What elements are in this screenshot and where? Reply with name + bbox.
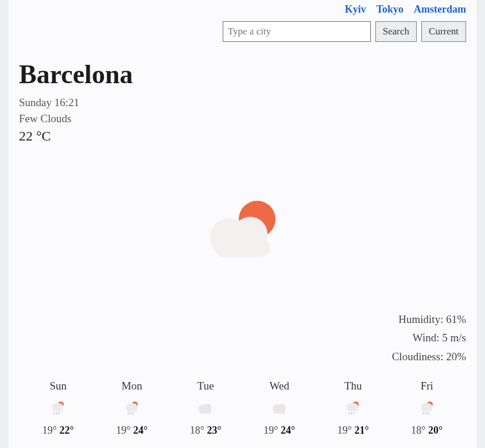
svg-line-16	[130, 412, 131, 414]
svg-line-35	[423, 412, 424, 414]
forecast-day: Sun19° 22°	[21, 380, 95, 437]
svg-line-17	[133, 412, 133, 414]
svg-line-37	[428, 412, 428, 414]
forecast-lo: 18°	[411, 424, 425, 436]
temperature-text: 22 °C	[19, 128, 466, 144]
city-input[interactable]	[223, 21, 371, 42]
condition-text: Few Clouds	[19, 112, 466, 125]
svg-line-9	[56, 412, 57, 414]
forecast-lo: 18°	[190, 424, 204, 436]
forecast-day-icon	[390, 398, 464, 419]
svg-rect-7	[52, 407, 63, 411]
svg-line-30	[354, 412, 354, 414]
forecast-day-name: Sun	[21, 380, 95, 392]
forecast-day: Wed19° 24°	[243, 380, 317, 437]
svg-line-28	[349, 412, 350, 414]
forecast-day-icon	[169, 398, 243, 419]
quick-link-kyiv[interactable]: Kyiv	[345, 3, 366, 15]
forecast-hi: 21°	[355, 424, 369, 436]
datetime-text: Sunday 16:21	[19, 96, 466, 109]
search-button[interactable]: Search	[375, 21, 417, 42]
quick-link-tokyo[interactable]: Tokyo	[377, 3, 403, 15]
forecast-day-name: Fri	[390, 380, 464, 392]
svg-line-8	[54, 412, 55, 414]
forecast-day-name: Wed	[243, 380, 317, 392]
quick-link-amsterdam[interactable]: Amsterdam	[414, 3, 466, 15]
svg-line-10	[59, 412, 59, 414]
cloud-icon	[197, 402, 214, 415]
forecast-day-temps: 19° 22°	[21, 424, 95, 437]
forecast-day-temps: 18° 23°	[169, 424, 243, 437]
quick-links-bar: Kyiv Tokyo Amsterdam	[19, 0, 466, 21]
forecast-day-icon	[95, 398, 169, 419]
forecast-day-temps: 19° 24°	[95, 424, 169, 437]
svg-rect-14	[126, 407, 137, 411]
svg-rect-20	[200, 409, 211, 414]
forecast-lo: 19°	[116, 424, 130, 436]
few-clouds-icon	[194, 193, 292, 267]
forecast-day-name: Tue	[169, 380, 243, 392]
forecast-hi: 20°	[428, 424, 443, 436]
forecast-lo: 19°	[42, 424, 57, 436]
cloudiness-text: Cloudiness: 20%	[19, 348, 466, 366]
svg-rect-34	[421, 407, 432, 411]
forecast-day: Thu19° 21°	[316, 380, 390, 437]
forecast-hi: 24°	[133, 424, 148, 436]
rain-sun-icon	[49, 400, 67, 416]
svg-rect-3	[215, 237, 270, 257]
svg-rect-27	[347, 407, 358, 411]
forecast-day-temps: 18° 20°	[390, 424, 464, 437]
svg-line-15	[128, 412, 129, 414]
forecast-day-name: Mon	[95, 380, 169, 392]
forecast-day: Mon19° 24°	[95, 380, 169, 437]
rain-sun-icon	[418, 400, 436, 416]
forecast-day: Tue18° 23°	[169, 380, 243, 437]
forecast-day-temps: 19° 21°	[316, 424, 390, 437]
forecast-day-icon	[21, 398, 95, 419]
weather-app: Kyiv Tokyo Amsterdam Search Current Barc…	[9, 0, 476, 448]
svg-line-36	[425, 412, 426, 414]
search-row: Search Current	[19, 21, 466, 59]
forecast-hi: 23°	[207, 424, 222, 436]
rain-sun-icon	[344, 400, 362, 416]
forecast-row: Sun19° 22°Mon19° 24°Tue18° 23°Wed19° 24°…	[19, 380, 466, 440]
forecast-day-icon	[316, 398, 390, 419]
current-location-button[interactable]: Current	[421, 21, 466, 42]
rain-sun-icon	[123, 400, 141, 416]
main-weather-icon-wrap	[19, 155, 466, 305]
forecast-day: Fri18° 20°	[390, 380, 464, 437]
forecast-day-name: Thu	[316, 380, 390, 392]
svg-rect-23	[274, 409, 285, 414]
svg-line-29	[351, 412, 352, 414]
city-title: Barcelona	[19, 59, 466, 89]
forecast-lo: 19°	[337, 424, 352, 436]
humidity-text: Humidity: 61%	[19, 310, 466, 329]
wind-text: Wind: 5 m/s	[19, 329, 466, 347]
forecast-hi: 24°	[281, 424, 295, 436]
forecast-hi: 22°	[60, 424, 74, 436]
forecast-day-temps: 19° 24°	[243, 424, 317, 437]
forecast-lo: 19°	[263, 424, 278, 436]
forecast-day-icon	[243, 398, 317, 419]
weather-stats: Humidity: 61% Wind: 5 m/s Cloudiness: 20…	[19, 310, 466, 366]
cloud-icon	[271, 402, 288, 415]
